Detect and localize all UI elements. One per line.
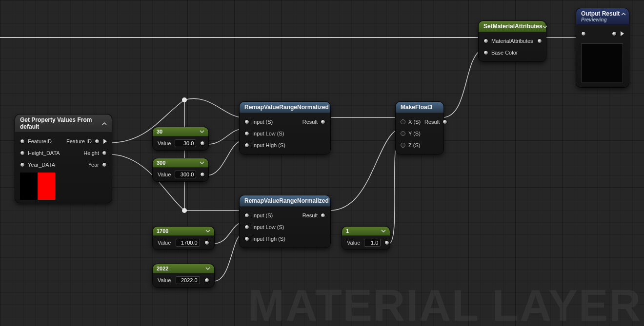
node-header[interactable]: SetMaterialAttributes xyxy=(479,21,546,32)
node-header[interactable]: Get Property Values From default xyxy=(15,115,112,133)
chevron-up-icon[interactable] xyxy=(102,121,107,126)
node-header[interactable]: MakeFloat3 xyxy=(396,102,443,113)
input-pin[interactable] xyxy=(483,50,488,55)
swatch xyxy=(20,173,38,200)
chevron-up-icon[interactable] xyxy=(621,11,626,16)
value-input[interactable] xyxy=(176,239,200,247)
node-title: RemapValueRangeNormalized xyxy=(244,104,329,111)
swatch xyxy=(38,173,55,200)
node-title: MakeFloat3 xyxy=(401,104,432,111)
node-constant-2022[interactable]: 2022 Value xyxy=(152,264,215,288)
input-pin[interactable] xyxy=(244,213,249,218)
node-header[interactable]: 2022 xyxy=(153,264,214,273)
output-pin[interactable] xyxy=(102,162,107,167)
pin-label: Input (S) xyxy=(252,212,273,218)
svg-point-1 xyxy=(182,208,187,213)
node-title: Get Property Values From default xyxy=(20,116,102,130)
value-input[interactable] xyxy=(176,276,200,284)
pin-label: Year xyxy=(88,162,99,168)
node-constant-30[interactable]: 30 Value xyxy=(152,127,209,151)
pin-label: MaterialAttributes xyxy=(491,38,533,44)
chevron-down-icon[interactable] xyxy=(381,229,386,233)
pin-arrow-icon xyxy=(621,31,624,36)
pin-label: Result xyxy=(302,212,318,218)
node-title: RemapValueRangeNormalized xyxy=(244,197,329,204)
output-pin[interactable] xyxy=(200,141,205,146)
node-constant-1700[interactable]: 1700 Value xyxy=(152,226,215,250)
input-pin[interactable] xyxy=(244,143,249,148)
input-pin[interactable] xyxy=(401,131,405,136)
pin-label: FeatureID xyxy=(28,138,52,144)
input-pin[interactable] xyxy=(401,143,405,148)
pin-label: Input Low (S) xyxy=(252,131,284,136)
input-pin[interactable] xyxy=(20,151,25,155)
pin-label: Z (S) xyxy=(408,142,420,148)
pin-label: X (S) xyxy=(408,119,421,125)
node-header[interactable]: 1 xyxy=(342,227,390,236)
node-makefloat3[interactable]: MakeFloat3 X (S) Result Y (S) Z (S) xyxy=(395,101,444,154)
pin-label: Year_DATA xyxy=(28,162,55,168)
pin-label: Input High (S) xyxy=(252,236,285,242)
input-pin[interactable] xyxy=(244,225,249,230)
pin-label: Height xyxy=(83,150,99,156)
input-pin[interactable] xyxy=(244,236,249,241)
material-preview xyxy=(581,43,623,82)
chevron-down-icon[interactable] xyxy=(205,266,210,271)
output-pin[interactable] xyxy=(200,172,205,177)
node-constant-300[interactable]: 300 Value xyxy=(152,158,209,182)
node-constant-1[interactable]: 1 Value xyxy=(342,226,390,250)
node-header[interactable]: RemapValueRangeNormalized xyxy=(240,195,330,207)
node-remap-2[interactable]: RemapValueRangeNormalized Input (S) Resu… xyxy=(239,195,331,248)
node-header[interactable]: 30 xyxy=(153,127,208,136)
input-pin[interactable] xyxy=(483,38,488,43)
pin-label: Input High (S) xyxy=(252,142,285,148)
output-pin[interactable] xyxy=(384,240,389,245)
output-pin[interactable] xyxy=(102,151,107,155)
chevron-down-icon[interactable] xyxy=(205,229,210,233)
node-header[interactable]: 1700 xyxy=(153,227,214,236)
input-pin[interactable] xyxy=(20,139,25,144)
node-title: 1 xyxy=(346,228,349,234)
node-header[interactable]: Output Result Previewing xyxy=(576,8,629,25)
node-title: 300 xyxy=(157,160,165,166)
pin-label: Feature ID xyxy=(66,138,92,144)
node-title: Output Result xyxy=(581,10,620,17)
output-pin[interactable] xyxy=(612,31,617,36)
node-get-property-values[interactable]: Get Property Values From default Feature… xyxy=(15,114,112,203)
value-input[interactable] xyxy=(175,139,196,147)
input-pin[interactable] xyxy=(401,119,405,124)
pin-label: Height_DATA xyxy=(28,150,60,156)
output-pin[interactable] xyxy=(321,119,325,124)
pin-label: Result xyxy=(424,119,440,125)
chevron-down-icon[interactable] xyxy=(543,24,547,29)
value-label: Value xyxy=(158,240,171,246)
pin-label: Result xyxy=(302,119,318,125)
node-header[interactable]: RemapValueRangeNormalized xyxy=(240,102,330,113)
pin-label: Input Low (S) xyxy=(252,224,284,230)
input-pin[interactable] xyxy=(20,162,25,167)
value-label: Value xyxy=(347,240,360,246)
output-pin[interactable] xyxy=(204,240,209,245)
node-title: 30 xyxy=(157,129,162,134)
input-pin[interactable] xyxy=(244,119,249,124)
node-title: 1700 xyxy=(157,228,168,234)
node-output-result[interactable]: Output Result Previewing xyxy=(576,8,629,88)
value-input[interactable] xyxy=(175,171,196,178)
node-subtitle: Previewing xyxy=(581,17,607,22)
output-pin[interactable] xyxy=(321,213,325,218)
output-pin[interactable] xyxy=(95,139,100,144)
value-input[interactable] xyxy=(364,239,381,247)
watermark-text: MATERIAL LAYER xyxy=(248,281,642,326)
input-pin[interactable] xyxy=(244,131,249,136)
chevron-down-icon[interactable] xyxy=(200,129,204,134)
node-remap-1[interactable]: RemapValueRangeNormalized Input (S) Resu… xyxy=(239,101,331,154)
output-pin[interactable] xyxy=(537,38,542,43)
node-set-material-attributes[interactable]: SetMaterialAttributes MaterialAttributes… xyxy=(478,20,546,62)
output-pin[interactable] xyxy=(204,278,209,283)
output-pin[interactable] xyxy=(443,119,447,124)
input-pin[interactable] xyxy=(581,31,586,36)
pin-label: Base Color xyxy=(491,50,518,56)
node-header[interactable]: 300 xyxy=(153,158,208,168)
chevron-down-icon[interactable] xyxy=(200,160,204,165)
node-title: 2022 xyxy=(157,266,168,271)
